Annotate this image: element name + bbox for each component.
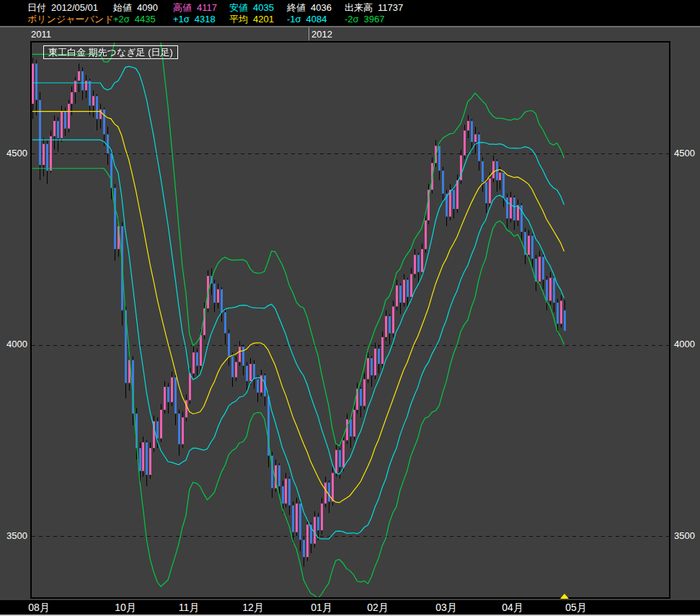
minus2sigma-field: -2σ3967 — [345, 14, 385, 25]
plus1sigma-field: +1σ4318 — [173, 14, 216, 25]
x-axis-label: 08月 — [28, 602, 50, 614]
x-axis-label: 11月 — [179, 602, 200, 614]
quote-header-band: 日付2012/05/01 始値4090 高値4117 安値4035 終値4036… — [0, 0, 700, 26]
x-axis-label: 02月 — [367, 602, 389, 614]
chart-title-box: 東工白金 期先つなぎ足 (日足) — [43, 45, 178, 59]
minus1sigma-field: -1σ4084 — [287, 14, 327, 25]
y-axis-label-right-4500: 4500 — [674, 148, 700, 159]
y-axis-label-right-3500: 3500 — [674, 530, 700, 542]
plus2sigma-field: +2σ4435 — [113, 14, 156, 25]
x-axis-label: 04月 — [502, 602, 523, 614]
y-axis-label-left-4500: 4500 — [1, 148, 27, 159]
chart-application-window: { "title": "東工白金 期先つなぎ足 (日足)", "years": … — [0, 0, 700, 616]
x-axis-label: 03月 — [435, 602, 457, 614]
close-field: 終値4036 — [287, 2, 332, 14]
x-axis-label: 10月 — [115, 602, 136, 614]
y-axis-label-right-4000: 4000 — [674, 339, 700, 350]
y-axis-label-left-3500: 3500 — [1, 530, 27, 542]
current-date-marker-triangle — [560, 594, 569, 599]
x-axis-month-band: 08月10月11月12月01月02月03月04月05月 — [0, 600, 700, 615]
mean-field: 平均4201 — [229, 14, 274, 25]
volume-field: 出来高11737 — [345, 2, 403, 14]
quote-row: 日付2012/05/01 始値4090 高値4117 安値4035 終値4036… — [0, 2, 700, 14]
bollinger-row: ボリンジャーバンド +2σ4435 +1σ4318 平均4201 -1σ4084… — [0, 14, 700, 25]
x-axis-label: 12月 — [242, 602, 264, 614]
low-field: 安値4035 — [229, 2, 274, 14]
price-chart-canvas[interactable] — [30, 41, 670, 599]
y-axis-label-left-4000: 4000 — [1, 339, 27, 350]
chart-title: 東工白金 期先つなぎ足 (日足) — [48, 47, 173, 58]
bollinger-band-label: ボリンジャーバンド — [27, 14, 113, 25]
year-label-2011: 2011 — [31, 29, 51, 40]
year-divider-tick — [309, 27, 309, 40]
date-field: 日付2012/05/01 — [27, 2, 98, 14]
high-field: 高値4117 — [173, 2, 217, 14]
header-separator-line — [0, 26, 700, 27]
open-field: 始値4090 — [113, 2, 158, 14]
x-axis-label: 01月 — [311, 602, 332, 614]
year-label-2012: 2012 — [311, 29, 332, 40]
x-axis-label: 05月 — [565, 602, 587, 614]
